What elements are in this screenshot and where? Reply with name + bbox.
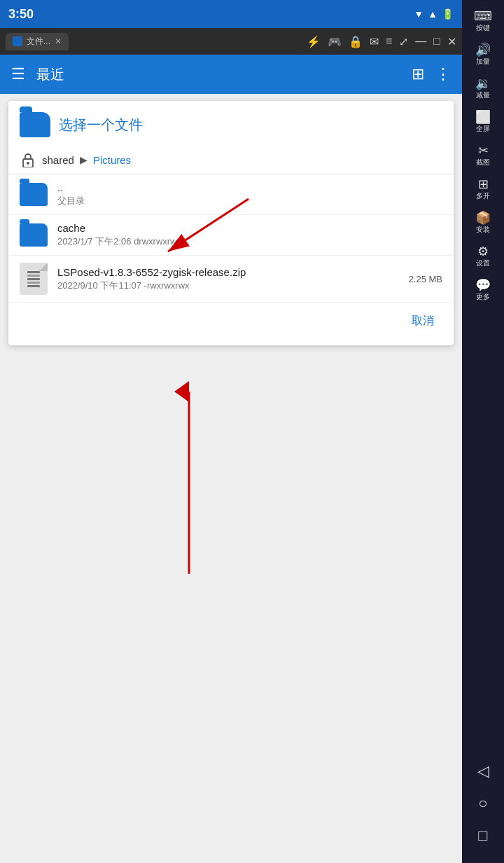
browser-bar: 文件... ✕ ⚡ 🎮 🔒 ✉ ≡ ⤢ — □ ✕ xyxy=(0,28,462,55)
right-sidebar: ⌨ 按键 🔊 加量 🔉 减量 ⬜ 全屏 ✂ 截图 ⊞ 多开 📦 安装 ⚙ 设置 … xyxy=(462,0,504,863)
zip-stripe-3 xyxy=(27,278,40,280)
path-lock-icon xyxy=(20,151,36,168)
folder-icon-cache xyxy=(20,223,48,247)
phone-screen: 3:50 ▼ ▲ 🔋 文件... ✕ ⚡ 🎮 🔒 ✉ ≡ ⤢ — □ ✕ ☰ 最… xyxy=(0,0,462,863)
content-area: 选择一个文件 shared ▶ Pictures xyxy=(0,94,462,863)
app-toolbar: ☰ 最近 ⊞ ⋮ xyxy=(0,55,462,94)
close-window-icon[interactable]: ✕ xyxy=(447,35,456,48)
gamepad-icon[interactable]: 🎮 xyxy=(328,35,342,48)
dialog-header: 选择一个文件 xyxy=(8,101,454,146)
file-info-parent: .. 父目录 xyxy=(57,181,442,207)
zip-stripes xyxy=(27,271,40,287)
path-pictures[interactable]: Pictures xyxy=(93,154,131,166)
status-icons: ▼ ▲ 🔋 xyxy=(414,8,454,20)
mail-icon[interactable]: ✉ xyxy=(370,35,379,48)
toolbar-grid-icon[interactable]: ⊞ xyxy=(412,65,424,83)
screenshot-label: 截图 xyxy=(476,158,490,167)
tab-close-button[interactable]: ✕ xyxy=(55,36,62,46)
multiopen-icon: ⊞ xyxy=(478,178,489,191)
toolbar-menu-icon[interactable]: ☰ xyxy=(11,65,25,83)
fullscreen-icon: ⬜ xyxy=(475,111,491,123)
file-name-zip: LSPosed-v1.8.3-6552-zygisk-release.zip xyxy=(57,266,399,278)
toolbar-more-icon[interactable]: ⋮ xyxy=(435,65,451,83)
sidebar-btn-install[interactable]: 📦 安装 xyxy=(464,207,502,238)
folder-icon-large xyxy=(20,112,50,137)
sidebar-btn-screenshot[interactable]: ✂ 截图 xyxy=(464,140,502,171)
maximize-icon[interactable]: □ xyxy=(433,35,440,48)
zip-file-icon xyxy=(20,263,48,295)
more-label: 更多 xyxy=(476,293,490,301)
vol-up-icon: 🔊 xyxy=(475,43,491,56)
wifi-icon: ▼ xyxy=(414,8,424,20)
file-list: .. 父目录 cache 2023/1/7 下午2:06 drwxrwxrwx xyxy=(8,174,454,303)
settings-icon: ⚙ xyxy=(477,245,489,258)
minimize-icon[interactable]: — xyxy=(415,35,426,48)
settings-label: 设置 xyxy=(476,259,490,268)
dialog-footer: 取消 xyxy=(8,303,454,340)
tab-favicon xyxy=(13,36,22,46)
fullscreen-label: 全屏 xyxy=(476,125,490,133)
more-icon: 💬 xyxy=(475,279,491,291)
tab-label: 文件... xyxy=(27,36,50,48)
browser-icons: ⚡ 🎮 🔒 ✉ ≡ ⤢ — □ ✕ xyxy=(307,35,456,48)
file-subtext-cache: 2023/1/7 下午2:06 drwxrwxrwx xyxy=(57,235,442,248)
nav-recent-button[interactable]: □ xyxy=(474,822,491,849)
keyboard-label: 按键 xyxy=(476,24,490,32)
menu-icon[interactable]: ≡ xyxy=(386,35,392,48)
file-item-cache[interactable]: cache 2023/1/7 下午2:06 drwxrwxrwx xyxy=(8,215,454,256)
file-name-cache: cache xyxy=(57,222,442,234)
sidebar-btn-multiopen[interactable]: ⊞ 多开 xyxy=(464,174,502,205)
sidebar-btn-fullscreen[interactable]: ⬜ 全屏 xyxy=(464,106,502,137)
status-bar: 3:50 ▼ ▲ 🔋 xyxy=(0,0,462,28)
annotation-arrow-bottom xyxy=(161,381,217,580)
nav-back-button[interactable]: ◁ xyxy=(473,758,493,785)
screenshot-icon: ✂ xyxy=(478,144,489,157)
zip-stripe-5 xyxy=(27,285,40,287)
keyboard-icon: ⌨ xyxy=(474,10,492,22)
battery-icon: 🔋 xyxy=(442,8,454,20)
file-info-cache: cache 2023/1/7 下午2:06 drwxrwxrwx xyxy=(57,222,442,248)
file-item-parent[interactable]: .. 父目录 xyxy=(8,174,454,215)
cancel-button[interactable]: 取消 xyxy=(403,308,442,334)
install-label: 安装 xyxy=(476,226,490,234)
file-subtext-zip: 2022/9/10 下午11:07 -rwxrwxrwx xyxy=(57,279,399,292)
file-dialog: 选择一个文件 shared ▶ Pictures xyxy=(8,101,454,345)
path-separator: ▶ xyxy=(80,154,88,165)
sidebar-btn-keyboard[interactable]: ⌨ 按键 xyxy=(464,6,502,36)
browser-tab[interactable]: 文件... ✕ xyxy=(6,33,69,50)
dialog-title: 选择一个文件 xyxy=(59,116,143,134)
vol-down-icon: 🔉 xyxy=(475,77,491,90)
install-icon: 📦 xyxy=(475,212,491,224)
zip-stripe-1 xyxy=(27,271,40,273)
sidebar-btn-vol-down[interactable]: 🔉 减量 xyxy=(464,73,502,104)
file-subtext-parent: 父目录 xyxy=(57,195,442,207)
bolt-icon[interactable]: ⚡ xyxy=(307,35,321,48)
signal-icon: ▲ xyxy=(428,8,438,20)
path-bar: shared ▶ Pictures xyxy=(8,146,454,174)
sidebar-nav: ◁ ○ □ xyxy=(473,758,493,863)
vol-up-label: 加量 xyxy=(476,57,490,66)
sidebar-btn-more[interactable]: 💬 更多 xyxy=(464,275,502,305)
folder-icon-parent xyxy=(20,183,48,206)
sidebar-btn-settings[interactable]: ⚙ 设置 xyxy=(464,241,502,272)
file-info-zip: LSPosed-v1.8.3-6552-zygisk-release.zip 2… xyxy=(57,266,399,292)
file-name-parent: .. xyxy=(57,181,442,193)
toolbar-title: 最近 xyxy=(36,65,400,84)
vol-down-label: 减量 xyxy=(476,91,490,99)
expand-icon[interactable]: ⤢ xyxy=(399,35,408,48)
status-time: 3:50 xyxy=(8,7,34,22)
file-item-zip[interactable]: LSPosed-v1.8.3-6552-zygisk-release.zip 2… xyxy=(8,256,454,303)
multiopen-label: 多开 xyxy=(476,192,490,200)
path-shared[interactable]: shared xyxy=(42,154,74,166)
svg-point-1 xyxy=(27,162,29,165)
file-size-zip: 2.25 MB xyxy=(409,274,442,284)
zip-stripe-2 xyxy=(27,275,40,277)
nav-home-button[interactable]: ○ xyxy=(474,790,491,817)
zip-stripe-4 xyxy=(27,282,40,284)
lock-icon: 🔒 xyxy=(349,35,363,48)
sidebar-btn-vol-up[interactable]: 🔊 加量 xyxy=(464,39,502,70)
